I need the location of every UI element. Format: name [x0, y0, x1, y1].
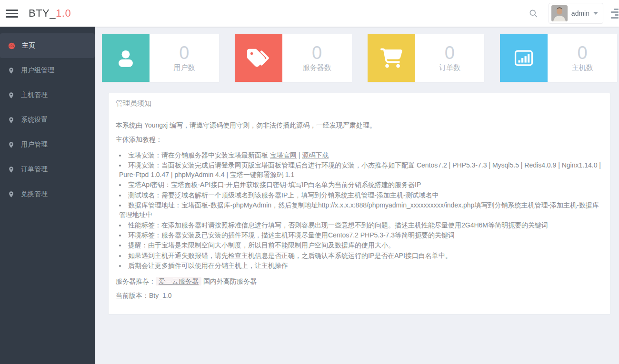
version-value: Bty_1.0 — [149, 292, 171, 299]
pin-icon — [8, 91, 15, 99]
list-item: 测试域名：需要泛域名解析一个顶级域名到该服务器IP上，填写到分销系统主机管理-添… — [119, 190, 603, 200]
bar-chart-icon — [500, 34, 548, 82]
panel-title: 管理员须知 — [109, 93, 610, 114]
baota-official-link[interactable]: 宝塔官网 — [270, 151, 297, 159]
stat-label: 主机数 — [572, 63, 593, 72]
hamburger-menu-icon[interactable] — [5, 7, 19, 20]
pin-icon — [8, 116, 15, 124]
list-item: 后期会让更多插件可以使用在分销主机上，让主机操作 — [119, 261, 603, 270]
main-content: 0 用户数 0 服务器数 0 — [95, 27, 619, 364]
dashboard-icon — [8, 42, 16, 50]
stat-card-users: 0 用户数 — [102, 34, 219, 82]
pin-icon — [8, 166, 15, 174]
sidebar-item-label: 主页 — [22, 41, 35, 50]
list-item: 如果遇到主机开通失败报错，请先检查主机信息是否正确，之后确认本系统运行的IP是否… — [119, 251, 603, 260]
source-download-link[interactable]: 源码下载 — [302, 151, 329, 159]
sidebar-item-label: 用户管理 — [21, 140, 48, 149]
logo-version: 1.0 — [56, 7, 71, 19]
tutorial-heading: 主体添加教程： — [116, 135, 603, 144]
list-item: 性能标签：在添加服务器时请按照标准信息进行填写，否则容易出现一些意想不到的问题。… — [119, 220, 603, 230]
sidebar-nav: 主页 用户组管理 主机管理 系统设置 用户管理 订单管理 兑换管理 — [0, 27, 95, 364]
version-label: 当前版本： — [116, 292, 149, 299]
stat-value: 0 — [578, 44, 588, 62]
list-item: 数据库管理地址：宝塔面板-数据库-phpMyAdmin，然后复制地址http:/… — [119, 200, 603, 220]
sidebar-item-user-groups[interactable]: 用户组管理 — [0, 58, 95, 83]
sidebar-item-orders[interactable]: 订单管理 — [0, 157, 95, 182]
user-icon — [102, 34, 150, 82]
list-item: 宝塔安装：请在分销服务器中安装宝塔最新面板 宝塔官网 | 源码下载 — [119, 150, 603, 160]
aiyun-server-link[interactable]: 爱一云服务器 — [156, 277, 201, 285]
sidebar-item-label: 订单管理 — [21, 165, 48, 174]
stat-value: 0 — [445, 44, 455, 62]
user-avatar-photo — [551, 5, 568, 21]
version-line: 当前版本：Bty_1.0 — [116, 291, 603, 300]
sidebar-item-label: 主机管理 — [21, 91, 48, 99]
cart-icon — [368, 34, 415, 82]
pin-icon — [8, 141, 15, 149]
intro-text: 本系统由 Youngxj 编写，请遵守源码使用守则，勿非法传播此源码，一经发现严… — [116, 120, 603, 130]
sidebar-item-system-settings[interactable]: 系统设置 — [0, 108, 95, 132]
tags-icon — [235, 34, 282, 82]
stat-card-orders: 0 订单数 — [368, 34, 485, 82]
list-item: 环境安装：当面板安装完成后请登录网页版宝塔面板管理后台进行环境的安装，小杰推荐如… — [119, 160, 603, 180]
logo-text: BTY_ — [29, 7, 56, 19]
sidebar-item-users[interactable]: 用户管理 — [0, 132, 95, 157]
sidebar-item-label: 用户组管理 — [21, 66, 54, 75]
sidebar-item-label: 系统设置 — [21, 116, 48, 124]
recommend-suffix: 国内外高防服务器 — [203, 277, 257, 285]
list-item: 宝塔Api密钥：宝塔面板-API接口-开启并获取接口密钥-填写IP白名单为当前分… — [119, 180, 603, 189]
stat-label: 服务器数 — [303, 63, 331, 72]
link-separator: | — [297, 151, 302, 159]
user-menu[interactable]: admin — [549, 3, 603, 24]
stat-value: 0 — [179, 44, 189, 62]
notice-list: 宝塔安装：请在分销服务器中安装宝塔最新面板 宝塔官网 | 源码下载 环境安装：当… — [116, 150, 603, 271]
sidebar-item-label: 兑换管理 — [21, 190, 48, 198]
stat-value: 0 — [312, 44, 322, 62]
list-item: 环境标签：服务器安装及已安装的插件环境，描述主机环境尽量使用Centos7.2 … — [119, 230, 603, 240]
stat-card-hosts: 0 主机数 — [500, 34, 617, 82]
top-header: BTY_1.0 admin — [0, 0, 619, 27]
pin-icon — [8, 67, 15, 75]
admin-notice-panel: 管理员须知 本系统由 Youngxj 编写，请遵守源码使用守则，勿非法传播此源码… — [108, 93, 610, 315]
server-recommend-line: 服务器推荐：爱一云服务器 国内外高防服务器 — [116, 276, 603, 286]
app-logo: BTY_1.0 — [29, 7, 71, 20]
user-name: admin — [571, 10, 589, 17]
search-icon[interactable] — [529, 9, 538, 18]
panel-body: 本系统由 Youngxj 编写，请遵守源码使用守则，勿非法传播此源码，一经发现严… — [109, 114, 610, 314]
stat-label: 订单数 — [439, 63, 460, 72]
stat-label: 用户数 — [173, 63, 195, 72]
list-item: 提醒：由于宝塔是未限制空间大小制度，所以目前不能限制用户空间及数据库的使用大小。 — [119, 240, 603, 250]
sidebar-item-hosts[interactable]: 主机管理 — [0, 83, 95, 108]
stat-card-servers: 0 服务器数 — [235, 34, 352, 82]
stats-row: 0 用户数 0 服务器数 0 — [102, 34, 617, 82]
caret-down-icon — [593, 12, 598, 15]
recommend-label: 服务器推荐： — [116, 277, 156, 285]
activity-bars-icon[interactable] — [611, 9, 619, 19]
sidebar-item-exchange[interactable]: 兑换管理 — [0, 182, 95, 207]
notice-text: 宝塔安装：请在分销服务器中安装宝塔最新面板 — [128, 151, 270, 159]
sidebar-item-home[interactable]: 主页 — [0, 33, 95, 58]
pin-icon — [8, 190, 15, 198]
